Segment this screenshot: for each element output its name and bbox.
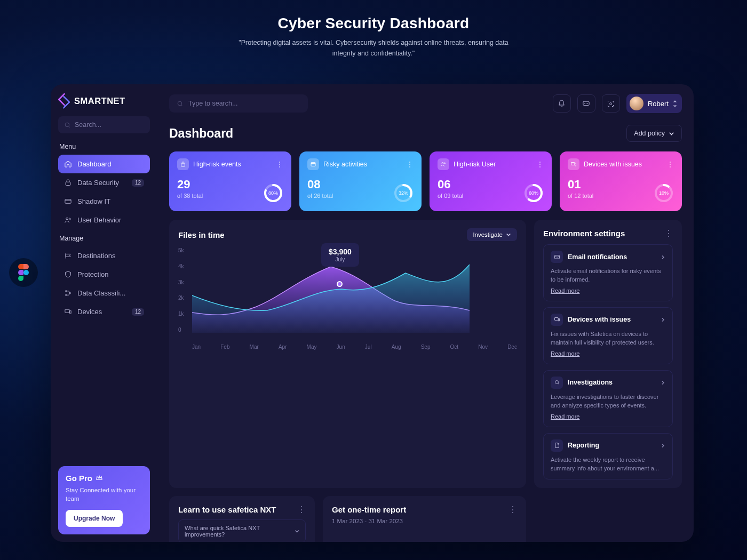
files-chart-panel: Files in time Investigate 5k4k3k2k1k0	[169, 220, 526, 488]
env-settings-panel: Environment settings ⋮ Email notificatio…	[534, 220, 682, 488]
scan-icon[interactable]	[602, 94, 620, 113]
svg-point-6	[66, 291, 67, 292]
svg-point-16	[610, 102, 612, 105]
go-pro-subtitle: Stay Connected with your team	[66, 486, 142, 503]
svg-point-13	[585, 103, 585, 103]
sidebar-search-placeholder: Search...	[75, 121, 101, 129]
stats-row: High-risk events⋮ 29of 38 total 80%Risky…	[169, 151, 682, 211]
env-title: Environment settings	[543, 229, 625, 238]
sidebar: SMARTNET Search... Menu DashboardData Se…	[51, 84, 157, 542]
chart-title: Files in time	[178, 230, 225, 239]
nav-item-shadow-it[interactable]: Shadow IT	[58, 192, 150, 211]
stat-icon	[177, 158, 189, 170]
menu-section-label: Menu	[59, 143, 150, 150]
nav-item-data-classsifi-[interactable]: Data Classsifi...	[58, 284, 150, 302]
svg-point-24	[444, 163, 446, 164]
stat-icon	[307, 158, 319, 170]
upgrade-button[interactable]: Upgrade Now	[66, 510, 123, 527]
more-icon[interactable]: ⋮	[297, 505, 306, 515]
faq-item[interactable]: What are quick Safetica NXT improvements…	[178, 519, 306, 542]
svg-point-15	[587, 103, 588, 103]
svg-rect-33	[558, 318, 559, 321]
top-search[interactable]: Type to search...	[169, 94, 308, 113]
stat-icon	[568, 158, 579, 170]
nav-item-protection[interactable]: Protection	[58, 265, 150, 284]
brand-name: SMARTNET	[74, 96, 125, 106]
svg-rect-27	[571, 163, 575, 165]
chat-icon[interactable]	[577, 94, 595, 113]
add-policy-button[interactable]: Add policy	[626, 125, 682, 142]
svg-rect-9	[65, 309, 69, 313]
more-icon[interactable]: ⋮	[666, 163, 674, 165]
stat-card[interactable]: Risky activities⋮ 08of 26 total 32%	[299, 151, 422, 211]
chevron-updown-icon	[673, 100, 677, 107]
env-item[interactable]: Devices with issuesFix issues with Safet…	[543, 307, 673, 364]
read-more-link[interactable]: Read more	[551, 287, 579, 294]
hero-subtitle: "Protecting digital assets is vital. Cyb…	[235, 37, 512, 59]
chart-highlight-dot	[337, 281, 343, 287]
more-icon[interactable]: ⋮	[508, 505, 517, 515]
chart-tooltip: $3,900 July	[321, 243, 359, 267]
more-icon[interactable]: ⋮	[536, 163, 544, 165]
svg-rect-3	[65, 199, 71, 204]
stat-card[interactable]: High-risk events⋮ 29of 38 total 80%	[169, 151, 291, 211]
svg-rect-28	[575, 163, 576, 166]
svg-point-23	[442, 163, 443, 164]
nav-item-destinations[interactable]: Destinations	[58, 246, 150, 265]
report-title: Get one-time report	[332, 505, 406, 514]
user-name: Robert	[648, 100, 669, 108]
env-item-icon	[551, 439, 563, 452]
stat-card[interactable]: Devices with issues⋮ 01of 12 total 10%	[560, 151, 682, 211]
more-icon[interactable]: ⋮	[406, 163, 414, 165]
chevron-right-icon	[661, 252, 665, 262]
avatar	[630, 97, 643, 110]
app-window: SMARTNET Search... Menu DashboardData Se…	[51, 84, 694, 542]
env-item[interactable]: InvestigationsLeverage investigations to…	[543, 370, 673, 427]
svg-point-14	[586, 103, 587, 103]
svg-point-7	[66, 294, 67, 296]
brand-logo-icon	[58, 95, 70, 107]
more-icon[interactable]: ⋮	[664, 228, 673, 238]
read-more-link[interactable]: Read more	[551, 413, 579, 420]
manage-section-label: Manage	[59, 235, 150, 242]
svg-point-11	[178, 101, 182, 106]
go-pro-title: Go Pro	[66, 474, 142, 483]
top-search-placeholder: Type to search...	[188, 100, 237, 107]
main: Type to search... Robert Dashboard Add p…	[157, 84, 694, 542]
env-item-icon	[551, 377, 563, 389]
nav-item-dashboard[interactable]: Dashboard	[58, 155, 150, 173]
env-item[interactable]: ReportingActivate the weekly report to r…	[543, 433, 673, 479]
progress-ring: 60%	[523, 183, 544, 203]
svg-point-4	[66, 218, 68, 220]
report-range: 1 Mar 2023 - 31 Mar 2023	[332, 518, 517, 524]
progress-ring: 10%	[654, 183, 674, 203]
investigate-button[interactable]: Investigate	[467, 228, 517, 241]
learn-title: Learn to use safetica NXT	[178, 505, 276, 514]
topbar: Type to search... Robert	[169, 94, 682, 113]
read-more-link[interactable]: Read more	[551, 350, 579, 357]
nav-item-devices[interactable]: Devices12	[58, 302, 150, 321]
stat-icon	[438, 158, 449, 170]
user-menu[interactable]: Robert	[626, 94, 682, 113]
env-item[interactable]: Email notificationsActivate email notifi…	[543, 244, 673, 301]
svg-point-1	[65, 123, 69, 127]
stat-card[interactable]: High-risk User⋮ 06of 09 total 60%	[430, 151, 552, 211]
svg-rect-17	[181, 164, 185, 166]
sidebar-search[interactable]: Search...	[58, 116, 150, 133]
bell-icon[interactable]	[553, 94, 571, 113]
svg-rect-10	[70, 310, 71, 314]
svg-point-0	[23, 270, 29, 275]
crown-icon	[96, 474, 103, 482]
svg-point-34	[555, 381, 558, 384]
svg-rect-32	[554, 318, 558, 321]
nav-item-user-behavior[interactable]: User Behavior	[58, 211, 150, 229]
env-item-icon	[551, 314, 563, 326]
svg-rect-2	[66, 182, 70, 185]
svg-rect-20	[311, 163, 315, 166]
chevron-right-icon	[661, 315, 665, 324]
nav-item-data-security[interactable]: Data Security12	[58, 173, 150, 192]
report-chart	[332, 530, 517, 542]
brand: SMARTNET	[58, 95, 150, 107]
chevron-right-icon	[661, 441, 665, 450]
more-icon[interactable]: ⋮	[276, 163, 283, 165]
